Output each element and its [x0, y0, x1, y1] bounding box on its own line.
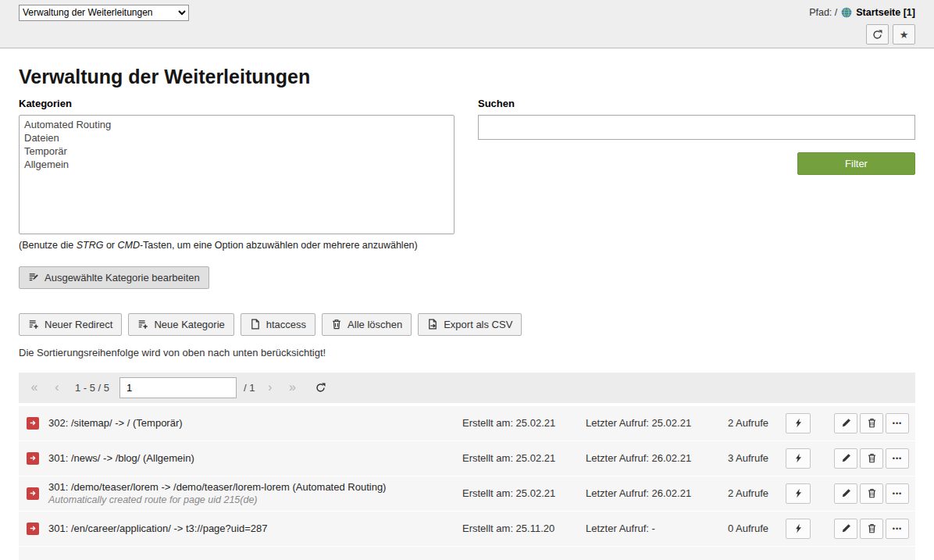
arrow-icon	[29, 419, 37, 427]
last-hit-date: Letzter Aufruf: 25.02.21	[586, 417, 701, 429]
redirect-row-partial	[19, 547, 915, 560]
doc-header: Verwaltung der Weiterleitungen Pfad: / S…	[0, 0, 934, 48]
filter-button[interactable]: Filter	[797, 152, 915, 175]
last-hit-date: Letzter Aufruf: -	[586, 523, 701, 534]
created-date: Erstellt am: 25.02.21	[462, 417, 586, 429]
hit-count-button[interactable]	[786, 448, 811, 469]
hit-count-button[interactable]	[786, 519, 811, 539]
delete-all-button[interactable]: Alle löschen	[322, 313, 412, 336]
hit-count: 0 Aufrufe	[701, 523, 768, 534]
delete-button[interactable]	[860, 413, 883, 433]
hit-count: 2 Aufrufe	[701, 487, 768, 499]
globe-icon	[841, 7, 852, 18]
path-page-title[interactable]: Startseite [1]	[856, 7, 915, 18]
trash-icon	[867, 453, 877, 463]
more-options-button[interactable]: •••	[886, 448, 909, 469]
redirect-row: 301: /news/ -> /blog/ (Allgemein) Erstel…	[19, 441, 915, 476]
pencil-icon	[841, 488, 851, 498]
redirect-list: « ‹ 1 - 5 / 5 / 1 › » 302: /sitemap/ -> …	[19, 373, 915, 560]
category-option[interactable]: Dateien	[20, 131, 454, 144]
redirect-row: 301: /demo/teaser/lorem -> /demo/teaser/…	[19, 476, 915, 512]
redirect-title[interactable]: 302: /sitemap/ -> / (Temporär)	[48, 417, 462, 429]
last-hit-date: Letzter Aufruf: 26.02.21	[586, 487, 701, 499]
last-hit-date: Letzter Aufruf: 26.02.21	[586, 452, 701, 464]
new-record-icon	[28, 319, 39, 330]
redirect-rows: 302: /sitemap/ -> / (Temporär) Erstellt …	[19, 406, 915, 560]
trash-icon	[331, 319, 342, 330]
first-page-button[interactable]: «	[27, 377, 42, 398]
delete-button[interactable]	[860, 483, 883, 504]
new-redirect-button[interactable]: Neuer Redirect	[19, 313, 122, 336]
search-input[interactable]	[478, 115, 915, 140]
created-date: Erstellt am: 25.11.20	[462, 523, 586, 534]
search-label: Suchen	[478, 98, 915, 109]
redirect-title[interactable]: 301: /demo/teaser/lorem -> /demo/teaser/…	[48, 481, 462, 493]
created-date: Erstellt am: 25.02.21	[462, 452, 586, 464]
delete-button[interactable]	[860, 448, 883, 469]
redirect-title[interactable]: 301: /en/career/application/ -> t3://pag…	[48, 523, 462, 534]
categories-select[interactable]: Automated Routing Dateien Temporär Allge…	[19, 115, 455, 234]
pencil-icon	[841, 523, 851, 533]
bolt-icon	[793, 453, 804, 463]
next-page-button[interactable]: ›	[262, 377, 278, 398]
trash-icon	[867, 523, 877, 533]
refresh-icon	[315, 383, 326, 393]
sorting-note: Die Sortierungsreihenfolge wird von oben…	[19, 347, 915, 358]
trash-icon	[867, 418, 877, 428]
bolt-icon	[793, 488, 804, 498]
categories-label: Kategorien	[19, 98, 455, 109]
category-option[interactable]: Temporär	[20, 144, 454, 158]
new-category-button[interactable]: Neue Kategorie	[128, 313, 234, 336]
edit-button[interactable]	[834, 413, 857, 433]
document-icon	[250, 319, 261, 330]
more-options-button[interactable]: •••	[886, 483, 909, 504]
path-label: Pfad: /	[809, 7, 837, 18]
last-page-button[interactable]: »	[285, 377, 301, 398]
edit-button[interactable]	[834, 519, 857, 539]
page-total: / 1	[244, 382, 255, 394]
category-option[interactable]: Allgemein	[20, 158, 454, 171]
redirect-row: 302: /sitemap/ -> / (Temporär) Erstellt …	[19, 406, 915, 441]
export-icon	[427, 319, 438, 330]
export-csv-button[interactable]: Export als CSV	[418, 313, 522, 336]
arrow-icon	[29, 489, 37, 498]
pencil-icon	[841, 453, 851, 463]
redirect-record-icon[interactable]	[27, 487, 39, 500]
breadcrumb: Pfad: / Startseite [1]	[809, 7, 915, 18]
module-select[interactable]: Verwaltung der Weiterleitungen	[19, 5, 189, 21]
redirect-subtitle: Automatically created route for page uid…	[48, 494, 462, 505]
page-input[interactable]	[119, 377, 237, 398]
star-icon: ★	[900, 29, 909, 41]
edit-button[interactable]	[834, 483, 857, 504]
redirect-title[interactable]: 301: /news/ -> /blog/ (Allgemein)	[48, 452, 462, 464]
more-options-button[interactable]: •••	[886, 519, 909, 539]
redirect-row: 301: /en/career/application/ -> t3://pag…	[19, 512, 915, 547]
redirect-record-icon[interactable]	[27, 523, 39, 535]
hit-count: 3 Aufrufe	[701, 452, 768, 464]
more-options-button[interactable]: •••	[886, 413, 909, 433]
arrow-icon	[29, 524, 37, 533]
edit-category-button[interactable]: Ausgewählte Kategorie bearbeiten	[19, 266, 209, 289]
edit-category-label: Ausgewählte Kategorie bearbeiten	[45, 272, 200, 284]
redirect-record-icon[interactable]	[27, 452, 39, 465]
edit-form-icon	[28, 272, 39, 283]
category-option[interactable]: Automated Routing	[20, 118, 454, 131]
bolt-icon	[793, 418, 804, 428]
redirect-record-icon[interactable]	[27, 417, 39, 430]
arrow-icon	[29, 454, 37, 462]
reload-module-button[interactable]	[866, 24, 889, 45]
refresh-list-button[interactable]	[311, 377, 331, 398]
hit-count-button[interactable]	[786, 483, 811, 504]
hit-count-button[interactable]	[786, 413, 811, 433]
created-date: Erstellt am: 25.02.21	[462, 487, 586, 499]
bookmark-button[interactable]: ★	[893, 24, 915, 45]
htaccess-button[interactable]: htaccess	[241, 313, 315, 336]
prev-page-button[interactable]: ‹	[49, 377, 65, 398]
select-hint: (Benutze die STRG or CMD-Tasten, um eine…	[19, 240, 455, 251]
pagination-bar: « ‹ 1 - 5 / 5 / 1 › »	[19, 373, 915, 403]
hit-count: 2 Aufrufe	[701, 417, 768, 429]
pencil-icon	[841, 418, 851, 428]
delete-button[interactable]	[860, 519, 883, 539]
edit-button[interactable]	[834, 448, 857, 469]
page-title: Verwaltung der Weiterleitungen	[19, 66, 915, 88]
